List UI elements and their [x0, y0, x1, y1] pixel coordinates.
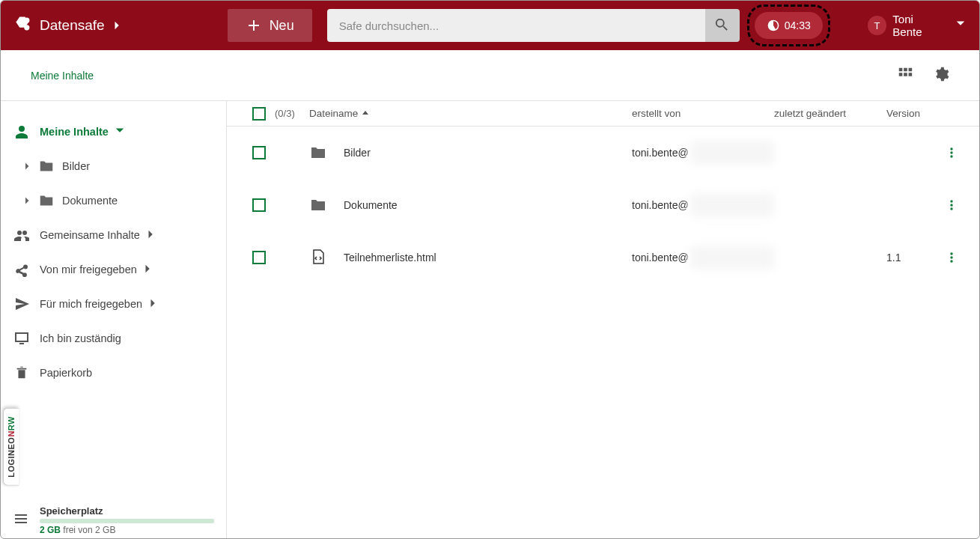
send-icon: [14, 296, 29, 311]
row-more-button[interactable]: [940, 146, 963, 159]
col-header-version[interactable]: Version: [886, 108, 940, 119]
chevron-right-icon: [23, 196, 32, 205]
sidebar-item-label: Meine Inhalte: [40, 126, 109, 138]
tree-item-label: Dokumente: [62, 195, 118, 207]
person-icon: [14, 124, 29, 139]
col-header-name[interactable]: Dateiname: [309, 108, 632, 119]
sidebar-item-label: Ich bin zuständig: [40, 332, 121, 344]
redacted-block: [690, 141, 774, 165]
user-menu[interactable]: T Toni Bente: [868, 13, 966, 38]
row-checkbox[interactable]: [252, 198, 266, 212]
people-icon: [14, 228, 29, 243]
folder-icon: [309, 196, 344, 214]
row-checkbox[interactable]: [252, 146, 266, 159]
file-row[interactable]: Dokumente toni.bente@: [227, 179, 979, 231]
title-chevron-icon[interactable]: [112, 20, 123, 31]
selection-count: (0/3): [275, 108, 309, 119]
file-name: Teilnehmerliste.html: [344, 252, 436, 264]
created-by: toni.bente@: [632, 147, 689, 159]
chevron-down-icon: [115, 126, 125, 138]
search-input[interactable]: [327, 9, 705, 42]
tree-item-dokumente[interactable]: Dokumente: [1, 183, 226, 218]
chevron-down-icon: [945, 19, 966, 32]
sidebar-item-trash[interactable]: Papierkorb: [1, 356, 226, 390]
storage-bar: [40, 519, 214, 523]
hamburger-icon[interactable]: [13, 511, 40, 530]
folder-icon: [309, 144, 344, 162]
breadcrumb-row: Meine Inhalte: [1, 50, 979, 101]
new-button[interactable]: Neu: [228, 9, 312, 42]
gear-icon[interactable]: [933, 66, 949, 85]
list-header: (0/3) Dateiname erstellt von zuletzt geä…: [227, 101, 979, 127]
file-row[interactable]: Bilder toni.bente@: [227, 127, 979, 179]
logineo-tab[interactable]: LOGINEONRW: [3, 408, 19, 486]
sidebar-item-label: Für mich freigegeben: [40, 298, 142, 310]
created-by: toni.bente@: [632, 252, 689, 264]
session-timer[interactable]: 04:33: [755, 12, 823, 39]
search-button[interactable]: [705, 9, 740, 42]
file-code-icon: [309, 249, 344, 267]
storage-text: 2 GB frei von 2 GB: [40, 525, 214, 535]
col-header-modified[interactable]: zuletzt geändert: [774, 108, 886, 119]
new-button-label: Neu: [270, 18, 294, 34]
version: 1.1: [886, 252, 940, 264]
app-title: Datensafe: [40, 17, 105, 34]
redacted-block: [690, 246, 774, 270]
timer-icon: [767, 19, 780, 32]
file-row[interactable]: Teilnehmerliste.html toni.bente@ 1.1: [227, 231, 979, 284]
row-more-button[interactable]: [940, 251, 963, 264]
sidebar-item-responsible[interactable]: Ich bin zuständig: [1, 321, 226, 356]
share-icon: [14, 262, 29, 277]
timer-value: 04:33: [785, 19, 811, 31]
storage-title: Speicherplatz: [40, 505, 214, 517]
chevron-right-icon: [143, 264, 153, 276]
tree-item-label: Bilder: [62, 160, 90, 172]
sidebar-item-label: Von mir freigegeben: [40, 264, 137, 275]
topbar: Datensafe Neu 04:33 T Toni Bente: [1, 1, 979, 50]
sidebar-item-my-content[interactable]: Meine Inhalte: [1, 115, 226, 149]
folder-icon: [38, 158, 55, 174]
tree-item-bilder[interactable]: Bilder: [1, 149, 226, 183]
redacted-block: [690, 193, 774, 217]
file-name: Bilder: [344, 147, 371, 159]
row-checkbox[interactable]: [252, 251, 266, 264]
chevron-right-icon: [148, 298, 159, 311]
sidebar-item-shared-content[interactable]: Gemeinsame Inhalte: [1, 218, 226, 252]
search-wrap: [327, 9, 740, 42]
file-name: Dokumente: [344, 199, 398, 211]
created-by: toni.bente@: [632, 199, 689, 211]
sort-asc-icon: [358, 108, 370, 119]
folder-icon: [38, 192, 55, 209]
sidebar-item-shared-with-me[interactable]: Für mich freigegeben: [1, 287, 226, 321]
grid-view-icon[interactable]: [897, 66, 913, 85]
trash-icon: [14, 365, 29, 380]
col-header-created[interactable]: erstellt von: [632, 108, 774, 119]
sidebar-item-shared-by-me[interactable]: Von mir freigegeben: [1, 252, 226, 287]
storage-info: Speicherplatz 2 GB frei von 2 GB: [13, 505, 214, 535]
sidebar-item-label: Papierkorb: [40, 367, 92, 379]
select-all-checkbox[interactable]: [252, 107, 266, 121]
chevron-right-icon: [23, 162, 32, 171]
chevron-right-icon: [146, 229, 156, 242]
file-list: (0/3) Dateiname erstellt von zuletzt geä…: [227, 101, 979, 538]
monitor-icon: [14, 331, 29, 346]
sidebar: Meine Inhalte Bilder Dokumente Gemeinsam…: [1, 101, 227, 538]
sidebar-item-label: Gemeinsame Inhalte: [40, 229, 140, 241]
app-logo-icon: [14, 15, 32, 36]
row-more-button[interactable]: [940, 198, 963, 212]
user-name: Toni Bente: [892, 13, 945, 38]
breadcrumb[interactable]: Meine Inhalte: [31, 70, 94, 82]
avatar: T: [868, 16, 887, 35]
